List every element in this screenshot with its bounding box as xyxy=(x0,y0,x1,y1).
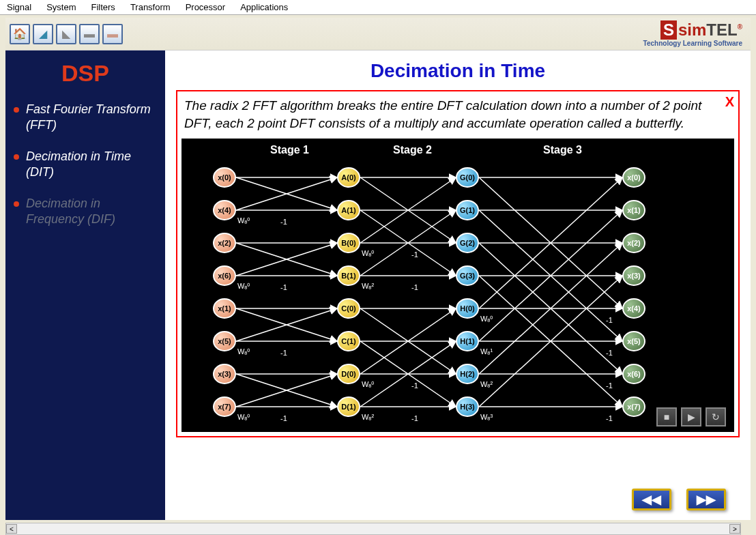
page-nav: ◀◀ ▶▶ xyxy=(632,489,726,510)
stop-icon: ■ xyxy=(664,411,669,422)
playback-controls: ■ ▶ ↻ xyxy=(656,407,726,426)
toolbar-button-4[interactable]: ▬ xyxy=(79,24,100,44)
description-text: The radix 2 FFT algorithm breaks the ent… xyxy=(181,94,734,139)
bullet-icon xyxy=(14,154,19,160)
twiddle-label: W₈² xyxy=(480,380,493,389)
scroll-left-button[interactable]: < xyxy=(6,524,17,534)
toolbar: 🏠 ◢ ◣ ▬ ▬ SsimTEL® Technology Learning S… xyxy=(5,18,751,50)
sidebar-item-fft[interactable]: Fast Fourier Transform (FFT) xyxy=(14,102,157,134)
butterfly-diagram: Stage 1 Stage 2 Stage 3 ■ ▶ ↻ x(0)A(0)G(… xyxy=(181,139,734,432)
twiddle-label: W₈³ xyxy=(480,413,493,422)
diagram-panel: X The radix 2 FFT algorithm breaks the e… xyxy=(176,90,740,437)
minus-one-label: -1 xyxy=(606,381,613,390)
tool-icon: ◣ xyxy=(62,27,70,40)
minus-one-label: -1 xyxy=(606,316,613,324)
play-button[interactable]: ▶ xyxy=(681,407,701,426)
twiddle-label: W₈² xyxy=(362,413,374,422)
minus-one-label: -1 xyxy=(280,414,287,422)
home-icon: 🏠 xyxy=(13,27,27,40)
minus-one-label: -1 xyxy=(411,250,418,259)
toolbar-button-3[interactable]: ◣ xyxy=(56,24,76,44)
stop-button[interactable]: ■ xyxy=(656,407,677,426)
next-icon: ▶▶ xyxy=(697,492,716,507)
twiddle-label: W₈² xyxy=(362,282,374,291)
minus-one-label: -1 xyxy=(280,349,287,357)
sidebar-item-dit[interactable]: Decimation in Time (DIT) xyxy=(14,149,157,181)
stage-label: Stage 3 xyxy=(543,144,582,156)
horizontal-scrollbar[interactable]: < > xyxy=(5,523,741,535)
sidebar-title: DSP xyxy=(14,60,157,87)
sidebar-item-label: Fast Fourier Transform (FFT) xyxy=(26,102,157,134)
scroll-right-button[interactable]: > xyxy=(729,524,740,534)
twiddle-label: W₈⁰ xyxy=(362,249,374,258)
next-button[interactable]: ▶▶ xyxy=(686,489,726,510)
menu-signal[interactable]: Signal xyxy=(4,1,34,14)
toolbar-button-2[interactable]: ◢ xyxy=(33,24,53,44)
menu-bar[interactable]: Signal System Filters Transform Processo… xyxy=(0,0,756,15)
prev-icon: ◀◀ xyxy=(642,492,661,507)
sidebar-item-label: Decimation in Time (DIT) xyxy=(26,149,157,181)
bullet-icon xyxy=(14,107,19,113)
brand-logo: SsimTEL® Technology Learning Software xyxy=(643,20,742,47)
twiddle-label: W₈⁰ xyxy=(237,347,250,356)
twiddle-label: W₈⁰ xyxy=(237,216,250,225)
play-icon: ▶ xyxy=(688,411,695,422)
minus-one-label: -1 xyxy=(411,381,418,390)
sidebar-item-label: Decimation in Frequency (DIF) xyxy=(26,196,157,228)
sidebar: DSP Fast Fourier Transform (FFT) Decimat… xyxy=(5,50,165,520)
page-title: Decimation in Time xyxy=(176,60,740,82)
minus-one-label: -1 xyxy=(606,414,613,422)
twiddle-label: W₈⁰ xyxy=(237,282,250,291)
tool-icon: ◢ xyxy=(39,27,47,40)
reload-button[interactable]: ↻ xyxy=(706,407,726,426)
tool-icon: ▬ xyxy=(107,28,118,40)
twiddle-label: W₈¹ xyxy=(480,347,493,356)
minus-one-label: -1 xyxy=(280,283,287,291)
reload-icon: ↻ xyxy=(712,411,720,422)
prev-button[interactable]: ◀◀ xyxy=(632,489,671,510)
menu-system[interactable]: System xyxy=(44,1,78,14)
toolbar-button-5[interactable]: ▬ xyxy=(102,24,123,44)
content-area: Decimation in Time X The radix 2 FFT alg… xyxy=(165,50,751,520)
twiddle-label: W₈⁰ xyxy=(362,380,374,389)
minus-one-label: -1 xyxy=(411,283,418,291)
minus-one-label: -1 xyxy=(411,414,418,422)
minus-one-label: -1 xyxy=(280,218,287,226)
stage-label: Stage 2 xyxy=(393,144,432,156)
bullet-icon xyxy=(14,201,19,207)
twiddle-label: W₈⁰ xyxy=(237,413,250,422)
menu-processor[interactable]: Processor xyxy=(183,1,229,14)
menu-transform[interactable]: Transform xyxy=(128,1,173,14)
sidebar-item-dif[interactable]: Decimation in Frequency (DIF) xyxy=(14,196,157,228)
stage-label: Stage 1 xyxy=(270,144,309,156)
twiddle-label: W₈⁰ xyxy=(480,315,493,323)
close-button[interactable]: X xyxy=(725,94,734,110)
tool-icon: ▬ xyxy=(84,28,95,40)
minus-one-label: -1 xyxy=(606,349,613,357)
menu-filters[interactable]: Filters xyxy=(88,1,117,14)
menu-applications[interactable]: Applications xyxy=(237,1,291,14)
home-button[interactable]: 🏠 xyxy=(10,24,30,44)
